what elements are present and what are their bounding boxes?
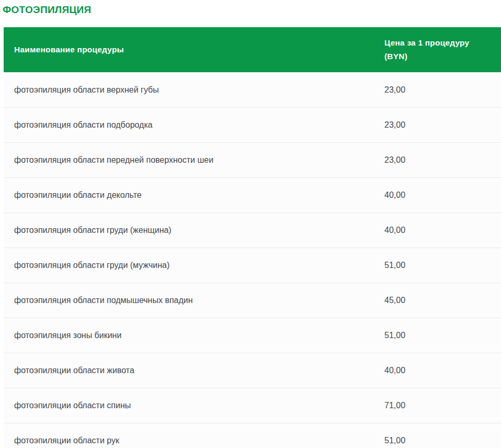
procedure-price: 40,00 <box>384 191 501 200</box>
procedure-name: фотоэпиляции области рук <box>4 436 384 445</box>
table-row: фотоэпиляция области груди (женщина) 40,… <box>4 213 501 248</box>
table-header: Наименование процедуры Цена за 1 процеду… <box>4 27 501 72</box>
table-body: фотоэпиляция области верхней губы 23,00 … <box>4 73 501 448</box>
procedure-price: 23,00 <box>384 85 501 95</box>
procedure-price: 51,00 <box>384 261 501 270</box>
column-header-price: Цена за 1 процедуру (BYN) <box>384 36 476 63</box>
procedure-name: фотоэпиляции области спины <box>4 401 384 410</box>
procedure-price: 51,00 <box>384 331 501 340</box>
column-header-procedure: Наименование процедуры <box>4 45 384 54</box>
procedure-price: 40,00 <box>384 226 501 235</box>
table-row: фотоэпиляция области груди (мужчина) 51,… <box>4 248 501 283</box>
table-row: фотоэпиляции области рук 51,00 <box>4 423 501 448</box>
procedure-price: 45,00 <box>384 296 501 305</box>
procedure-name: фотоэпиляция области подмышечных впадин <box>4 296 384 305</box>
page-title: ФОТОЭПИЛЯЦИЯ <box>3 4 501 16</box>
procedure-price: 51,00 <box>384 436 501 445</box>
table-row: фотоэпиляция области подмышечных впадин … <box>4 283 501 318</box>
table-row: фотоэпиляции области спины 71,00 <box>4 388 501 423</box>
table-row: фотоэпиляция зоны бикини 51,00 <box>4 318 501 353</box>
table-row: фотоэпиляция области верхней губы 23,00 <box>4 73 501 108</box>
procedure-price: 71,00 <box>384 401 501 410</box>
procedure-name: фотоэпиляции области декольте <box>4 191 384 200</box>
procedure-name: фотоэпиляции области живота <box>4 366 384 375</box>
procedure-name: фотоэпиляция области передней поверхност… <box>4 155 384 165</box>
table-row: фотоэпиляция области передней поверхност… <box>4 143 501 178</box>
procedure-name: фотоэпиляция области верхней губы <box>4 85 384 95</box>
table-row: фотоэпиляции области декольте 40,00 <box>4 178 501 213</box>
procedure-price: 40,00 <box>384 366 501 375</box>
procedure-name: фотоэпиляция области груди (мужчина) <box>4 261 384 270</box>
price-table: Наименование процедуры Цена за 1 процеду… <box>4 27 501 448</box>
table-row: фотоэпиляция области подбородка 23,00 <box>4 108 501 143</box>
table-row: фотоэпиляции области живота 40,00 <box>4 353 501 388</box>
procedure-price: 23,00 <box>384 120 501 130</box>
procedure-name: фотоэпиляция зоны бикини <box>4 331 384 340</box>
procedure-name: фотоэпиляция области подбородка <box>4 120 384 130</box>
procedure-name: фотоэпиляция области груди (женщина) <box>4 226 384 235</box>
procedure-price: 23,00 <box>384 155 501 165</box>
